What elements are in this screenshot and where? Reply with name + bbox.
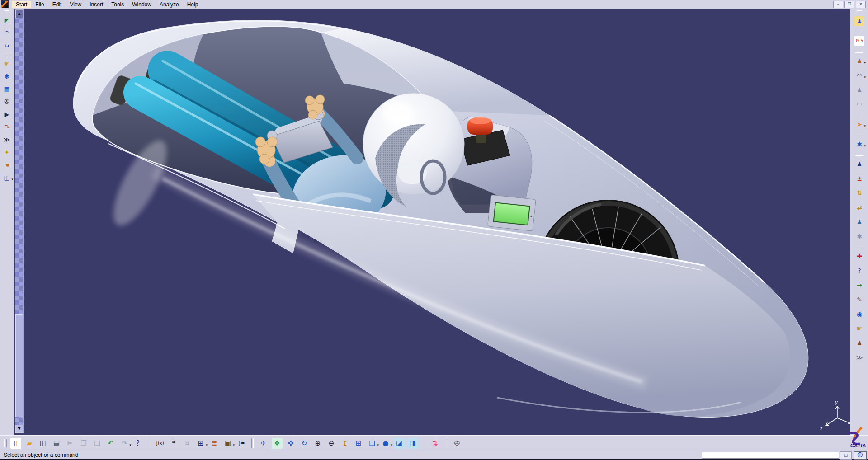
- simulation-button[interactable]: ☛: [2, 59, 12, 69]
- manikin-measure-button[interactable]: ♟: [854, 338, 864, 348]
- scrollbar-thumb[interactable]: [15, 314, 23, 417]
- iso-view-button-menu-arrow[interactable]: ▾: [377, 440, 379, 451]
- snapshot-camera-button[interactable]: ✇: [452, 438, 462, 449]
- normal-view-button[interactable]: ↥: [340, 438, 350, 449]
- model-lcd-display[interactable]: [487, 195, 536, 231]
- mechanism-dressup-button[interactable]: ✱: [2, 71, 12, 81]
- select-arrow-button-menu-arrow[interactable]: ▾: [864, 121, 866, 131]
- redo-button-menu-arrow[interactable]: ▾: [129, 440, 131, 451]
- forward-kinematics-button[interactable]: ♟: [854, 85, 864, 95]
- pan-button[interactable]: ✜: [285, 438, 296, 449]
- design-table-button-menu-arrow[interactable]: ▾: [206, 440, 208, 451]
- add-remove-posture-button[interactable]: ±: [854, 174, 864, 183]
- carry-task-button[interactable]: ♟: [854, 217, 864, 227]
- power-input-field[interactable]: [702, 452, 839, 459]
- product-structure-button[interactable]: ≣: [209, 438, 220, 449]
- save-button[interactable]: ◫: [38, 438, 48, 449]
- menu-tools[interactable]: Tools: [107, 1, 128, 8]
- clash-analysis-button[interactable]: ✦: [2, 147, 12, 157]
- shading-mode-button-menu-arrow[interactable]: ▾: [391, 440, 392, 451]
- design-table-button[interactable]: ⊞▾: [195, 438, 206, 449]
- menu-window[interactable]: Window: [128, 1, 156, 8]
- more-tools-chevron[interactable]: ≫: [854, 352, 864, 362]
- inverse-kinematics-button[interactable]: ◠: [854, 99, 864, 109]
- knowledge-gear-button-menu-arrow[interactable]: ▾: [864, 141, 866, 151]
- menu-view[interactable]: View: [66, 1, 85, 8]
- new-document-button[interactable]: ▯: [10, 438, 21, 449]
- swept-volume-button[interactable]: ◫▾: [2, 173, 12, 183]
- multi-view-button[interactable]: ⊞: [353, 438, 364, 449]
- swap-visible-space-button[interactable]: ◨: [407, 438, 418, 449]
- doc-window-button[interactable]: ⊡: [840, 451, 852, 460]
- swept-volume-button-menu-arrow[interactable]: ▾: [11, 174, 13, 184]
- zoom-out-button[interactable]: ⊖: [326, 438, 337, 449]
- 3d-viewport[interactable]: y x z: [14, 9, 850, 435]
- scroll-down-button[interactable]: ▼: [15, 425, 23, 433]
- toolbar-grip[interactable]: [857, 10, 862, 13]
- menu-insert[interactable]: Insert: [85, 1, 107, 8]
- scroll-up-button[interactable]: ▲: [15, 10, 23, 18]
- rotate-button[interactable]: ↻: [299, 438, 310, 449]
- print-button[interactable]: ▤: [51, 438, 62, 449]
- standard-pose-button[interactable]: ♟: [854, 159, 864, 169]
- close-button[interactable]: ✕: [856, 1, 866, 8]
- menu-edit[interactable]: Edit: [48, 1, 66, 8]
- fly-mode-button[interactable]: ✈: [258, 438, 269, 449]
- app-logo-icon[interactable]: [1, 0, 9, 8]
- formula-button[interactable]: ƒ(x): [155, 438, 165, 449]
- iso-view-button[interactable]: ❏▾: [367, 438, 377, 449]
- viewport-scrollbar[interactable]: ▲ ▼: [15, 9, 24, 433]
- menu-help[interactable]: Help: [183, 1, 203, 8]
- menu-file[interactable]: File: [31, 1, 48, 8]
- whats-this-button[interactable]: ?: [132, 438, 143, 449]
- posture-settings-button[interactable]: ✱: [854, 231, 864, 241]
- hide-show-button[interactable]: ◪: [394, 438, 405, 449]
- posture-curve-button-menu-arrow[interactable]: ▾: [864, 72, 866, 82]
- shading-mode-button[interactable]: ●▾: [380, 438, 391, 449]
- reach-edit-button[interactable]: ⇄: [854, 202, 864, 212]
- manikin-population-button[interactable]: ♟▾: [854, 56, 864, 66]
- view-manipulation-button[interactable]: ◩: [2, 15, 12, 25]
- replay-simulation-button[interactable]: ▦: [2, 84, 12, 94]
- stature-edit-button[interactable]: ⇅: [854, 188, 864, 198]
- open-document-button[interactable]: ▰: [24, 438, 35, 449]
- reach-envelope-button[interactable]: ☛: [854, 324, 864, 333]
- comment-button[interactable]: ❝: [168, 438, 179, 449]
- manikin-properties-button[interactable]: ?: [854, 266, 864, 276]
- minimize-button[interactable]: –: [833, 1, 843, 8]
- simulation-player-button[interactable]: ≫: [2, 135, 12, 145]
- measure-button[interactable]: ⇅: [429, 438, 440, 449]
- info-button[interactable]: ⓘ: [854, 451, 867, 460]
- walk-task-button[interactable]: →: [854, 280, 864, 290]
- posture-curve-button[interactable]: ◠▾: [854, 70, 864, 80]
- lock-button-menu-arrow[interactable]: ▾: [233, 440, 235, 451]
- zoom-in-button[interactable]: ⊕: [312, 438, 323, 449]
- toolbar-grip[interactable]: [4, 10, 9, 13]
- catalog-button[interactable]: ¤: [182, 438, 193, 449]
- fit-all-in-button[interactable]: ❖: [272, 438, 283, 449]
- equivalent-dimensions-button[interactable]: }=: [236, 438, 247, 449]
- new-manikin-button[interactable]: ✚: [854, 251, 864, 261]
- paste-button[interactable]: ❑: [92, 438, 103, 449]
- menu-start[interactable]: Start: [12, 1, 31, 8]
- manikin-population-button-menu-arrow[interactable]: ▾: [864, 58, 866, 68]
- lock-button[interactable]: ▣▾: [222, 438, 233, 449]
- sequence-button[interactable]: ↷: [2, 122, 12, 132]
- measure-between-button[interactable]: ↔: [2, 41, 12, 51]
- select-arrow-button[interactable]: ➤▾: [854, 119, 864, 129]
- knowledge-gear-button[interactable]: ✱▾: [854, 139, 864, 149]
- redo-button[interactable]: ↷▾: [119, 438, 130, 449]
- posture-report-button[interactable]: ✎: [854, 295, 864, 305]
- touch-analysis-button[interactable]: ☚: [2, 160, 12, 170]
- undo-button[interactable]: ↶: [105, 438, 116, 449]
- human-builder-button[interactable]: ♟: [854, 16, 864, 26]
- menu-analyze[interactable]: Analyze: [156, 1, 183, 8]
- track-button[interactable]: ▶: [2, 109, 12, 119]
- arc-measure-button[interactable]: ◠: [2, 28, 12, 38]
- toolbar-grip[interactable]: [4, 439, 7, 447]
- copy-button[interactable]: ❐: [78, 438, 89, 449]
- camera-replay-button[interactable]: ✇: [2, 97, 12, 107]
- restore-button[interactable]: ❐: [844, 1, 854, 8]
- cut-button[interactable]: ✂: [65, 438, 75, 449]
- vision-window-button[interactable]: ◉: [854, 309, 864, 319]
